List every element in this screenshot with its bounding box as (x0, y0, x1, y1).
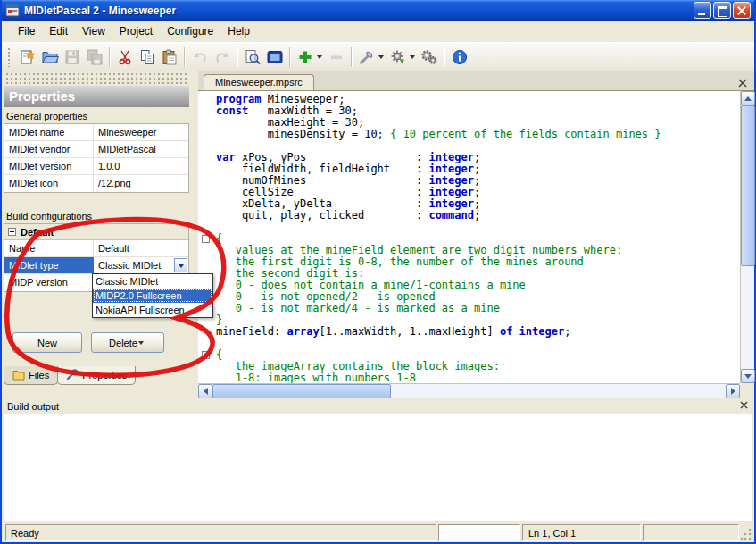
horizontal-scrollbar[interactable] (198, 383, 740, 398)
dropdown-option[interactable]: Classic MIDlet (93, 274, 212, 289)
midlet-type-combobox[interactable]: Classic MIDlet (94, 257, 188, 273)
combobox-value: Classic MIDlet (98, 260, 161, 271)
scroll-up-icon[interactable] (741, 91, 755, 105)
menu-edit[interactable]: Edit (42, 22, 75, 40)
dropdown-option-selected[interactable]: MIDP2.0 Fullscreen (93, 289, 212, 303)
compile-button[interactable] (386, 46, 409, 68)
open-folder-icon (41, 48, 59, 66)
menu-configure[interactable]: Configure (160, 22, 220, 40)
new-configuration-button[interactable]: New (12, 332, 82, 353)
toolbar-separator (351, 47, 352, 67)
new-project-button[interactable] (16, 46, 38, 68)
undo-button[interactable] (188, 46, 211, 68)
copy-button[interactable] (136, 46, 158, 68)
fold-collapse-icon[interactable] (202, 235, 210, 243)
close-button[interactable] (733, 2, 751, 19)
table-row[interactable]: Name Default (4, 240, 188, 257)
panel-splitter[interactable] (191, 71, 198, 398)
cut-icon (116, 48, 134, 66)
delete-dropdown-icon[interactable] (138, 341, 144, 345)
settings-button[interactable] (418, 46, 440, 68)
add-file-button[interactable] (294, 46, 316, 68)
build-dropdown-icon[interactable] (378, 55, 384, 59)
tab-files[interactable]: Files (4, 366, 58, 385)
config-default-header[interactable]: Default (4, 224, 188, 240)
property-value[interactable]: 1.0.0 (94, 158, 188, 174)
redo-icon (213, 48, 231, 66)
chevron-down-icon[interactable] (174, 258, 187, 272)
scroll-right-icon[interactable] (726, 384, 740, 398)
save-icon (63, 48, 81, 66)
table-row[interactable]: MIDlet icon /12.png (4, 175, 188, 192)
table-row[interactable]: MIDlet vendor MIDletPascal (4, 141, 188, 158)
maximize-button[interactable] (713, 2, 731, 19)
new-project-icon (19, 48, 37, 66)
fullscreen-button[interactable] (263, 46, 286, 68)
property-value[interactable]: Minesweeper (94, 124, 188, 140)
editor-pane: Minesweeper.mpsrc program Minesweeper;co… (198, 71, 754, 398)
general-properties-label: General properties (2, 107, 191, 123)
delete-configuration-button[interactable]: Delete (91, 332, 164, 353)
minimize-button[interactable] (694, 2, 711, 19)
status-ready: Ready (5, 524, 436, 541)
menu-file[interactable]: File (11, 22, 42, 40)
menu-view[interactable]: View (75, 22, 112, 40)
scroll-left-icon[interactable] (198, 384, 212, 398)
status-extra-box (643, 524, 739, 541)
table-row[interactable]: MIDlet type Classic MIDlet (4, 257, 188, 274)
save-all-button[interactable] (83, 46, 105, 68)
build-output-content (4, 414, 752, 521)
property-value[interactable]: /12.png (94, 175, 188, 192)
find-button[interactable] (241, 46, 263, 68)
gear-run-icon (389, 48, 407, 66)
compile-dropdown-icon[interactable] (410, 55, 415, 59)
menu-project[interactable]: Project (112, 22, 160, 40)
property-value[interactable]: Default (94, 240, 188, 256)
vertical-scrollbar[interactable] (740, 91, 754, 383)
properties-panel-title: Properties (4, 86, 189, 107)
build-button[interactable] (355, 46, 378, 68)
redo-button[interactable] (211, 46, 233, 68)
resize-grip[interactable] (740, 524, 752, 541)
title-bar[interactable]: MIDletPascal 2 - Minesweeper (2, 0, 754, 21)
status-caret-position: Ln 1, Col 1 (522, 524, 641, 541)
code-editor[interactable]: program Minesweeper;const maxWidth = 30;… (198, 91, 740, 383)
horizontal-scrollbar-thumb[interactable] (212, 384, 391, 398)
collapse-icon[interactable] (8, 228, 16, 236)
midlet-type-dropdown-list: Classic MIDlet MIDP2.0 Fullscreen NokiaA… (92, 273, 213, 318)
tab-minesweeper-mpsrc[interactable]: Minesweeper.mpsrc (204, 74, 314, 90)
dropdown-option[interactable]: NokiaAPI Fullscreen (93, 303, 212, 317)
close-editor-icon[interactable] (737, 76, 748, 87)
add-dropdown-icon[interactable] (317, 55, 322, 59)
vertical-scrollbar-thumb[interactable] (741, 105, 755, 266)
remove-file-button[interactable] (325, 46, 347, 68)
toolbar-grip[interactable] (7, 47, 12, 67)
close-build-output-icon[interactable] (739, 400, 749, 412)
dock-grip[interactable] (5, 73, 187, 86)
scroll-down-icon[interactable] (741, 369, 755, 383)
menu-bar: File Edit View Project Configure Help (2, 21, 754, 43)
undo-icon (191, 48, 209, 66)
save-button[interactable] (61, 46, 83, 68)
open-project-button[interactable] (38, 46, 61, 68)
code-lines: program Minesweeper;const maxWidth = 30;… (198, 91, 740, 383)
screen-icon (266, 48, 284, 66)
table-row[interactable]: MIDlet version 1.0.0 (4, 158, 188, 175)
cut-button[interactable] (113, 46, 136, 68)
tab-properties-label: Properties (82, 370, 127, 381)
property-value[interactable]: MIDletPascal (94, 141, 188, 157)
editor-tabstrip: Minesweeper.mpsrc (198, 71, 754, 91)
save-all-icon (86, 48, 104, 66)
fold-collapse-icon[interactable] (202, 351, 210, 359)
toolbar-separator (237, 47, 237, 67)
app-icon (5, 4, 20, 18)
scrollbar-corner (740, 383, 754, 398)
status-bar: Ready Ln 1, Col 1 (2, 521, 754, 542)
paste-button[interactable] (158, 46, 180, 68)
table-row[interactable]: MIDlet name Minesweeper (4, 124, 188, 141)
tab-properties[interactable]: Properties (57, 366, 136, 385)
paste-icon (161, 48, 179, 66)
menu-help[interactable]: Help (220, 22, 257, 40)
about-button[interactable] (448, 46, 470, 68)
info-icon (451, 48, 469, 66)
